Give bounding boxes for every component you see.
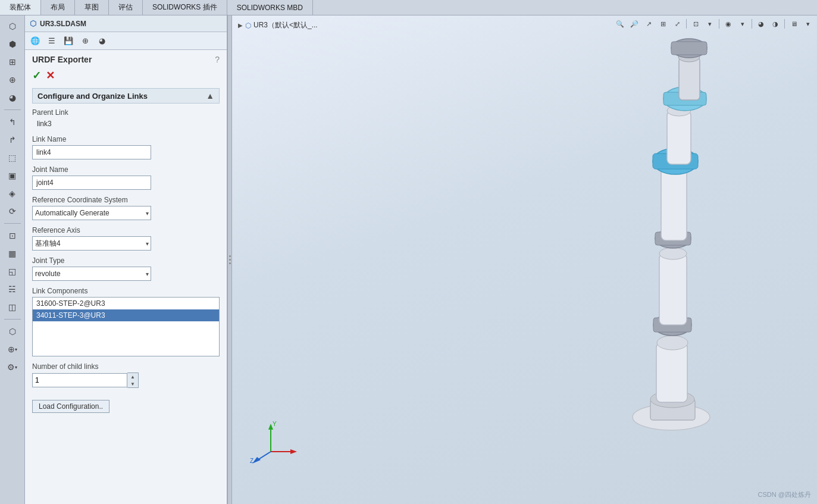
coord-axes-svg: Y Z (250, 419, 298, 467)
sidebar-icon-14[interactable]: ◱ (3, 263, 22, 280)
svg-rect-3 (656, 343, 687, 402)
ref-coord-select[interactable]: Automatically Generate (32, 206, 151, 220)
urdf-panel: URDF Exporter ? ✓ ✕ Configure and Organi… (25, 50, 227, 504)
joint-type-select-wrapper: revolute ▾ (32, 267, 151, 281)
urdf-title-row: URDF Exporter ? (32, 55, 220, 64)
vp-zoom-icon[interactable]: 🔎 (628, 18, 641, 30)
vp-divider-2 (719, 19, 719, 29)
sidebar-icon-12[interactable]: ⊡ (3, 227, 22, 244)
robot-3d-view (579, 33, 769, 450)
sidebar-icon-8[interactable]: ⬚ (3, 149, 22, 166)
urdf-title: URDF Exporter (32, 55, 92, 64)
toolbar-btn-list[interactable]: ☰ (44, 34, 60, 48)
sidebar-icon-1[interactable]: ⬡ (3, 18, 22, 35)
sidebar-icon-11[interactable]: ⟳ (3, 203, 22, 220)
joint-name-group: Joint Name (32, 165, 220, 190)
link-name-group: Link Name (32, 135, 220, 159)
vp-divider-3 (752, 19, 752, 29)
vp-view2-icon[interactable]: ▾ (703, 18, 716, 30)
tree-node-label: UR3（默认<默认_... (253, 20, 318, 30)
section-header-configure[interactable]: Configure and Organize Links ▲ (32, 88, 220, 104)
sidebar-icon-6[interactable]: ↰ (3, 114, 22, 130)
vp-fit-icon[interactable]: ⤢ (671, 18, 684, 30)
vp-divider-4 (784, 19, 785, 29)
tab-solidworks-mbd[interactable]: SOLIDWORKS MBD (227, 0, 313, 15)
vp-view-icon[interactable]: ⊡ (689, 18, 702, 30)
sidebar-divider-1 (4, 109, 21, 110)
joint-type-label: Joint Type (32, 256, 220, 265)
vp-section-icon[interactable]: ◉ (722, 18, 735, 30)
tree-expand-icon[interactable]: ▶ (238, 22, 243, 29)
tab-evaluate[interactable]: 评估 (109, 0, 143, 15)
vp-pan-icon[interactable]: ⊞ (656, 18, 669, 30)
child-links-group: Number of child links ▲ ▼ (32, 362, 220, 388)
spinner-buttons: ▲ ▼ (127, 372, 139, 388)
toolbar-btn-palette[interactable]: ◕ (94, 34, 109, 48)
sidebar-icon-15[interactable]: ☵ (3, 281, 22, 298)
sidebar-icon-18[interactable]: ⊕▾ (3, 341, 22, 358)
joint-type-select[interactable]: revolute (32, 267, 151, 281)
left-panel: ⬡ UR3.SLDASM 🌐 ☰ 💾 ⊕ ◕ URDF Exporter ? (25, 15, 227, 504)
list-item-1[interactable]: 31600-STEP-2@UR3 (33, 298, 219, 309)
vp-section2-icon[interactable]: ▾ (736, 18, 749, 30)
sidebar-icon-13[interactable]: ▦ (3, 245, 22, 262)
link-name-input[interactable] (32, 145, 151, 159)
ref-axis-select-wrapper: 基准轴4 ▾ (32, 236, 151, 251)
resize-handle[interactable] (227, 15, 232, 504)
collapse-icon[interactable]: ▲ (206, 91, 214, 101)
list-item-2[interactable]: 34011-STEP-3@UR3 (33, 309, 219, 321)
vp-rotate-icon[interactable]: ↗ (642, 18, 655, 30)
cancel-button[interactable]: ✕ (46, 69, 55, 82)
parent-link-value: link3 (32, 118, 220, 129)
vp-appearance-icon[interactable]: ◑ (769, 18, 782, 30)
link-components-group: Link Components 31600-STEP-2@UR3 34011-S… (32, 287, 220, 356)
svg-text:Z: Z (250, 458, 253, 464)
sidebar-icon-19[interactable]: ⚙▾ (3, 359, 22, 375)
vp-search-icon[interactable]: 🔍 (613, 18, 627, 30)
svg-text:Y: Y (273, 421, 277, 427)
toolbar-btn-save[interactable]: 💾 (61, 34, 76, 48)
sidebar-icon-10[interactable]: ◈ (3, 185, 22, 202)
tab-solidworks-plugin[interactable]: SOLIDWORKS 插件 (143, 0, 227, 15)
svg-rect-18 (679, 57, 700, 100)
sidebar-icon-7[interactable]: ↱ (3, 132, 22, 148)
toolbar-btn-globe[interactable]: 🌐 (27, 34, 43, 48)
sidebar-icon-16[interactable]: ◫ (3, 299, 22, 315)
sidebar-icon-5[interactable]: ◕ (3, 89, 22, 106)
toolbar-btn-crosshair[interactable]: ⊕ (77, 34, 93, 48)
link-components-list[interactable]: 31600-STEP-2@UR3 34011-STEP-3@UR3 (32, 297, 220, 356)
sidebar-icon-4[interactable]: ⊕ (3, 71, 22, 88)
spinner-down-button[interactable]: ▼ (127, 380, 138, 387)
coord-axes: Y Z (250, 419, 298, 468)
sidebar-icon-3[interactable]: ⊞ (3, 54, 22, 70)
svg-rect-7 (659, 253, 687, 325)
panel-filename-bar: ⬡ UR3.SLDASM (25, 15, 227, 32)
resize-dot-1 (229, 255, 231, 257)
action-icons: ✓ ✕ (32, 69, 220, 82)
help-icon[interactable]: ? (215, 55, 220, 64)
confirm-button[interactable]: ✓ (32, 69, 41, 82)
svg-rect-21 (671, 42, 707, 55)
vp-monitor-icon[interactable]: 🖥 (787, 18, 800, 30)
resize-dot-2 (229, 259, 231, 261)
sidebar-divider-2 (4, 223, 21, 224)
ref-axis-select[interactable]: 基准轴4 (32, 236, 151, 251)
load-config-button[interactable]: Load Configuration.. (32, 400, 109, 413)
vp-monitor2-icon[interactable]: ▾ (802, 18, 815, 30)
sidebar-icon-9[interactable]: ▣ (3, 167, 22, 184)
sidebar-icon-2[interactable]: ⬢ (3, 36, 22, 52)
svg-rect-14 (667, 111, 691, 164)
tab-assembly[interactable]: 装配体 (0, 0, 41, 15)
tab-sketch[interactable]: 草图 (75, 0, 109, 15)
resize-dots (229, 255, 231, 264)
joint-name-input[interactable] (32, 176, 151, 190)
ref-coord-select-wrapper: Automatically Generate ▾ (32, 206, 151, 220)
child-links-input[interactable] (32, 373, 127, 387)
vp-display-icon[interactable]: ◕ (755, 18, 768, 30)
tree-assembly-icon: ⬡ (245, 21, 251, 30)
svg-rect-11 (661, 164, 687, 240)
vp-divider-1 (686, 19, 687, 29)
spinner-up-button[interactable]: ▲ (127, 373, 138, 380)
sidebar-icon-17[interactable]: ⬡ (3, 323, 22, 340)
tab-layout[interactable]: 布局 (41, 0, 75, 15)
